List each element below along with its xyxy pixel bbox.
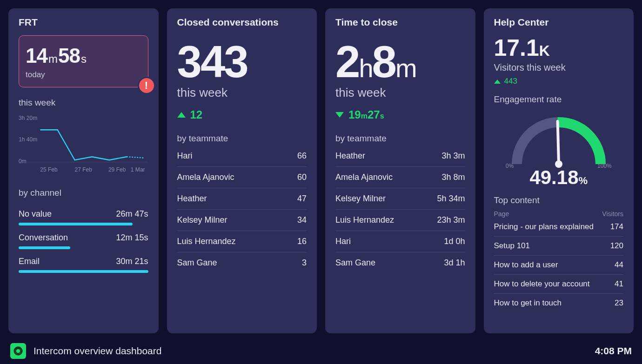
- table-row: Kelsey Milner5h 34m: [335, 188, 465, 209]
- table-row: Heather3h 3m: [335, 146, 465, 166]
- svg-text:1h 40m: 1h 40m: [19, 136, 37, 143]
- channel-value: 26m 47s: [116, 209, 148, 219]
- gauge-tick-min: 0%: [506, 162, 514, 169]
- logo-icon: [10, 343, 26, 359]
- closed-section-label: by teammate: [177, 133, 307, 144]
- table-row: Kelsey Milner34: [177, 209, 307, 231]
- card-title: Time to close: [335, 17, 465, 28]
- svg-line-9: [557, 121, 558, 164]
- table-row: Hari66: [177, 146, 307, 166]
- ttc-delta: 19m27s: [335, 108, 465, 121]
- engagement-gauge: 0% 100% 49.18%: [494, 108, 624, 189]
- svg-text:25 Feb: 25 Feb: [40, 166, 58, 173]
- arrow-down-icon: [335, 112, 344, 118]
- table-row: How to add a user44: [494, 255, 624, 274]
- frt-week-chart: 3h 20m 1h 40m 0m 25 Feb 27 Feb 29 Feb 1 …: [19, 111, 148, 178]
- ttc-period: this week: [335, 86, 465, 100]
- table-head-page: Page: [494, 210, 509, 218]
- card-frt: FRT 14m58s today ! this week 3h 20m 1h 4…: [8, 8, 159, 333]
- channel-value: 30m 21s: [116, 257, 148, 266]
- frt-by-channel-label: by channel: [19, 188, 148, 198]
- card-help: Help Center 17.1K Visitors this week 443…: [484, 8, 634, 333]
- card-title: Help Center: [494, 17, 624, 28]
- closed-delta: 12: [177, 108, 307, 121]
- help-visitors-label: Visitors this week: [494, 62, 624, 73]
- card-title: Closed conversations: [177, 17, 307, 28]
- table-row: Amela Ajanovic3h 8m: [335, 166, 465, 188]
- channel-bar: Email30m 21s: [19, 257, 148, 273]
- alert-icon: !: [138, 77, 155, 94]
- clock: 4:08 PM: [595, 345, 632, 357]
- ttc-value: 2h8m: [335, 36, 465, 87]
- svg-text:1 Mar: 1 Mar: [131, 166, 145, 173]
- table-row: Hari1d 0h: [335, 231, 465, 252]
- channel-label: No value: [19, 209, 52, 219]
- closed-period: this week: [177, 86, 307, 100]
- footer: Intercom overview dashboard 4:08 PM: [0, 338, 642, 364]
- table-row: Pricing - our plans explained174: [494, 218, 624, 236]
- frt-today-label: today: [26, 70, 141, 79]
- table-row: Sam Gane3d 1h: [335, 252, 465, 273]
- table-row: Luis Hernandez23h 3m: [335, 209, 465, 231]
- table-row: Amela Ajanovic60: [177, 166, 307, 188]
- gauge-value: 49.18%: [529, 166, 588, 189]
- channel-label: Email: [19, 257, 40, 266]
- table-row: Luis Hernandez16: [177, 231, 307, 252]
- frt-today-box: 14m58s today !: [19, 35, 148, 87]
- help-visitors-value: 17.1K: [494, 34, 624, 61]
- table-row: How to get in touch23: [494, 293, 624, 312]
- table-row: Setup 101120: [494, 236, 624, 255]
- ttc-section-label: by teammate: [335, 133, 465, 144]
- dashboard-title: Intercom overview dashboard: [33, 345, 161, 357]
- frt-week-label: this week: [19, 98, 148, 108]
- arrow-up-icon: [177, 112, 186, 118]
- table-row: Heather47: [177, 188, 307, 209]
- svg-text:29 Feb: 29 Feb: [108, 166, 126, 173]
- table-row: Sam Gane3: [177, 252, 307, 273]
- channel-value: 12m 15s: [116, 233, 148, 243]
- card-ttc: Time to close 2h8m this week 19m27s by t…: [325, 8, 475, 333]
- frt-today-value: 14m58s: [26, 44, 141, 67]
- arrow-up-icon: [494, 79, 501, 84]
- channel-bar: No value26m 47s: [19, 209, 148, 225]
- table-row: How to delete your account41: [494, 274, 624, 293]
- channel-bar: Conversation12m 15s: [19, 233, 148, 249]
- table-head-visitors: Visitors: [602, 210, 623, 218]
- top-content-label: Top content: [494, 195, 624, 205]
- gauge-tick-max: 100%: [597, 162, 612, 169]
- svg-text:27 Feb: 27 Feb: [74, 166, 92, 173]
- closed-value: 343: [177, 36, 307, 87]
- engagement-label: Engagement rate: [494, 94, 562, 105]
- card-title: FRT: [19, 17, 148, 28]
- channel-label: Conversation: [19, 233, 68, 243]
- svg-text:3h 20m: 3h 20m: [19, 115, 37, 121]
- help-delta: 443: [494, 77, 624, 86]
- svg-text:0m: 0m: [19, 158, 27, 165]
- card-closed: Closed conversations 343 this week 12 by…: [167, 8, 317, 333]
